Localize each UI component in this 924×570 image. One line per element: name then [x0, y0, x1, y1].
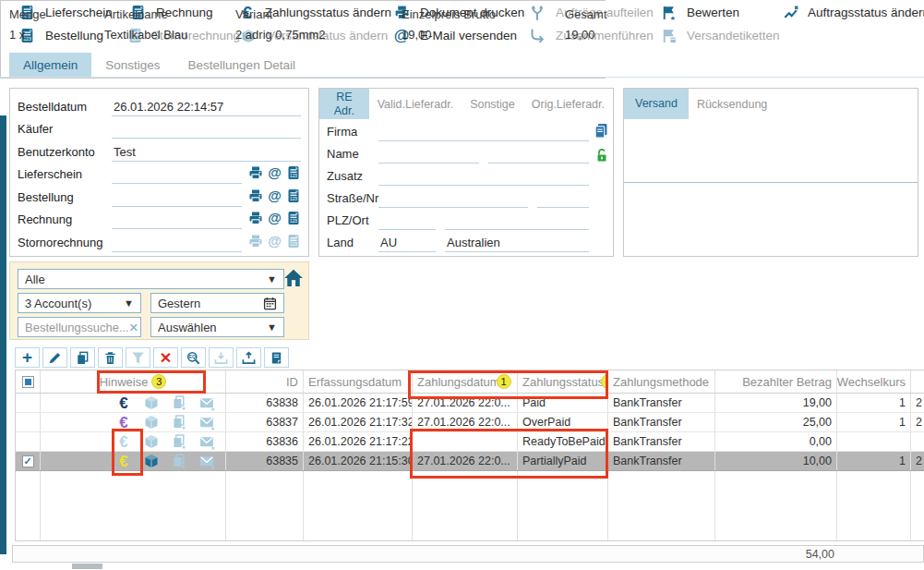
lieferschein-value[interactable]	[112, 168, 242, 184]
grid-row-63838[interactable]: € 63838 26.01.2026 21:17:59 27.01.2026 2…	[16, 394, 924, 413]
scrollbar-thumb[interactable]	[72, 564, 102, 569]
rechnung-value[interactable]	[112, 213, 242, 229]
zahlungsmethode-cell: BankTransfer	[608, 432, 715, 451]
invoice-icon[interactable]	[286, 211, 301, 228]
select-filter-select[interactable]: Auswählen ▼	[150, 317, 284, 337]
print-icon[interactable]	[248, 188, 263, 206]
invoice-icon[interactable]	[286, 165, 301, 183]
row-select-cell[interactable]	[16, 413, 41, 431]
tab-valid-lieferadr[interactable]: Valid.Lieferadr.	[369, 89, 462, 119]
report-button[interactable]	[264, 347, 289, 368]
unlock-icon[interactable]	[594, 148, 609, 165]
tab-versand[interactable]: Versand	[624, 89, 689, 119]
header-hinweise[interactable]: Hinweise 3	[41, 370, 226, 393]
document-note-icon[interactable]	[170, 395, 188, 410]
select-all-cell[interactable]	[16, 370, 41, 393]
grid-summary-row: 54,00	[12, 545, 924, 563]
wechselkurs-cell	[837, 432, 911, 451]
email-icon[interactable]: @	[268, 211, 282, 228]
package-icon[interactable]	[142, 434, 161, 449]
document-note-icon[interactable]	[170, 454, 188, 468]
name-input[interactable]	[378, 149, 479, 164]
export-button[interactable]	[236, 347, 261, 368]
bestellung-value[interactable]	[112, 191, 242, 207]
header-zahlungsmethode[interactable]: Zahlungsmethode	[608, 370, 715, 393]
status-filter-select[interactable]: Alle ▼	[18, 269, 284, 289]
copy-address-icon[interactable]	[594, 123, 609, 141]
invoice-icon[interactable]	[286, 188, 301, 206]
package-icon[interactable]	[142, 415, 161, 430]
bestelldatum-value[interactable]: 26.01.2026 22:14:57	[112, 100, 301, 116]
kaeufer-value[interactable]	[112, 123, 301, 139]
order-search-field[interactable]: Bestellungssuche... ×	[18, 317, 141, 337]
hausnr-input[interactable]	[537, 193, 590, 208]
toolbar-auftragsstatus-aendern[interactable]: Auftragsstatus ändern	[784, 2, 924, 23]
zusatz-input[interactable]	[378, 171, 589, 186]
toolbar-bewerten[interactable]: Bewerten	[658, 2, 784, 23]
email-note-icon[interactable]	[198, 395, 216, 411]
ort-input[interactable]	[445, 215, 589, 230]
email-icon: @	[268, 234, 282, 251]
payment-euro-icon[interactable]: €	[114, 434, 133, 450]
land-name-input[interactable]: Australien	[445, 236, 589, 252]
print-icon[interactable]	[248, 211, 263, 228]
split-orders-icon	[527, 6, 547, 20]
tab-sonstiges[interactable]: Sonstiges	[91, 53, 174, 77]
strasse-input[interactable]	[378, 193, 528, 208]
tab-sonstige[interactable]: Sonstige	[462, 89, 523, 119]
benutzerkonto-value[interactable]: Test	[112, 145, 301, 162]
stornorechnung-value[interactable]	[112, 236, 242, 252]
document-note-icon[interactable]	[170, 434, 188, 449]
grid-row-63835-selected[interactable]: ✓ € 63835 26.01.2026 21:15:30 27.01.2026…	[16, 452, 924, 471]
email-note-icon[interactable]	[198, 415, 216, 431]
header-zahlungsdatum[interactable]: Zahlungsdatum 1	[413, 370, 518, 393]
edit-button[interactable]	[42, 347, 67, 368]
print-icon[interactable]	[248, 165, 263, 183]
document-note-icon[interactable]	[170, 415, 188, 430]
header-zahlungsstatus[interactable]: Zahlungsstatus 2	[518, 370, 608, 393]
copy-button[interactable]	[70, 347, 95, 368]
row-select-cell[interactable]: ✓	[16, 452, 41, 470]
toolbar-label: Versandetiketten	[687, 29, 780, 42]
name2-input[interactable]	[488, 149, 589, 164]
home-icon[interactable]	[283, 268, 304, 291]
add-button[interactable]: +	[15, 347, 40, 368]
email-note-icon[interactable]	[198, 434, 216, 450]
payment-euro-icon[interactable]: €	[114, 454, 133, 469]
tab-re-adr[interactable]: RE Adr.	[319, 89, 369, 119]
id-cell: 63835	[226, 452, 304, 470]
email-icon[interactable]: @	[268, 165, 282, 183]
field-plz-ort: PLZ/Ort	[319, 208, 613, 230]
plz-input[interactable]	[378, 215, 436, 230]
package-icon[interactable]	[142, 395, 161, 410]
clear-filter-button[interactable]: ✕	[153, 347, 178, 368]
firma-input[interactable]	[378, 127, 589, 141]
header-bezahlter-betrag[interactable]: Bezahlter Betrag	[715, 370, 837, 393]
tab-bestellungen-detail[interactable]: Bestellungen Detail	[174, 53, 309, 77]
order-management-window: Lieferschein Bestellung Rechnung Stornor…	[0, 0, 924, 570]
tab-allgemein[interactable]: Allgemein	[9, 53, 91, 77]
header-erfassungsdatum[interactable]: Erfassungsdatum	[304, 370, 413, 393]
accounts-filter-select[interactable]: 3 Account(s) ▼	[18, 293, 141, 313]
date-filter-field[interactable]: Gestern	[150, 293, 284, 313]
land-code-input[interactable]: AU	[378, 236, 436, 252]
email-note-icon[interactable]	[198, 454, 216, 469]
row-select-cell[interactable]	[16, 432, 41, 451]
package-icon[interactable]	[142, 454, 161, 468]
payment-euro-icon[interactable]: €	[114, 415, 133, 431]
header-wechselkurs[interactable]: Wechselkurs	[837, 370, 911, 393]
grid-row-63836[interactable]: € 63836 26.01.2026 21:17:22 ReadyToBePai…	[16, 432, 924, 452]
grid-row-63837[interactable]: € 63837 26.01.2026 21:17:32 27.01.2026 2…	[16, 413, 924, 432]
tab-ruecksendung[interactable]: Rücksendung	[689, 89, 775, 119]
calendar-icon[interactable]	[263, 297, 277, 310]
extended-search-button[interactable]	[181, 347, 206, 368]
payment-euro-icon[interactable]: €	[114, 395, 133, 411]
email-icon[interactable]: @	[268, 188, 282, 206]
horizontal-scrollbar[interactable]	[0, 564, 924, 570]
delete-button[interactable]	[98, 347, 123, 368]
shipping-tabbar: Versand Rücksendung	[624, 89, 918, 119]
header-id[interactable]: ID	[226, 370, 304, 393]
tab-orig-lieferadr[interactable]: Orig.Lieferadr.	[523, 89, 613, 119]
row-select-cell[interactable]	[16, 394, 41, 412]
clear-search-icon[interactable]: ×	[129, 320, 138, 335]
